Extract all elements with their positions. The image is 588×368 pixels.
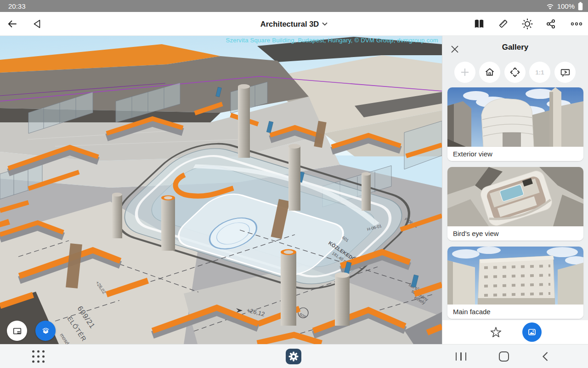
wifi-icon — [546, 2, 554, 10]
bimx-app-window: 20:33 100% — [0, 0, 588, 368]
plus-icon — [459, 67, 470, 78]
home-icon-nav[interactable] — [499, 351, 509, 362]
add-view-button[interactable] — [454, 62, 475, 83]
gallery-item-label: Bird's eye view — [447, 226, 583, 241]
slideshow-button[interactable] — [554, 62, 576, 83]
gallery-item-label: Exterior view — [447, 147, 583, 161]
android-nav-bar — [0, 344, 588, 368]
apps-grid-icon[interactable] — [32, 350, 45, 362]
brightness-sun-icon[interactable] — [520, 17, 534, 31]
book-pages-icon[interactable] — [472, 17, 486, 31]
model-box-button[interactable] — [35, 321, 56, 341]
recents-icon[interactable] — [456, 352, 466, 361]
app-toolbar: Architectural 3D — [0, 12, 588, 36]
chevron-down-icon — [322, 22, 328, 26]
gallery-bottom-bar — [442, 320, 588, 344]
favorites-star-icon[interactable] — [490, 326, 502, 338]
more-options-icon[interactable] — [570, 17, 583, 31]
gear-icon — [288, 351, 300, 362]
bimx-app-icon[interactable] — [286, 349, 301, 364]
info-panel-button[interactable] — [7, 321, 27, 341]
gallery-image-button[interactable] — [522, 322, 542, 342]
walk-move-button[interactable] — [504, 62, 526, 83]
image-icon — [526, 327, 537, 338]
gallery-item-exterior-view[interactable]: Exterior view — [447, 87, 583, 161]
3d-viewport[interactable]: Szervita Square Building, Budapest, Hung… — [0, 36, 442, 344]
clock: 20:33 — [8, 2, 26, 10]
actual-size-label: 1:1 — [536, 69, 544, 76]
gallery-item-main-facade[interactable]: Main facade — [447, 247, 583, 319]
gallery-title: Gallery — [442, 43, 588, 52]
back-icon-nav[interactable] — [542, 351, 548, 362]
share-icon[interactable] — [545, 17, 559, 31]
gallery-thumbnail — [447, 87, 583, 147]
3d-model-scene: 609/21 ELŐTÉR mosdó +26,02 +26,12 601 KÖ… — [0, 36, 442, 344]
home-view-button[interactable] — [479, 62, 500, 83]
status-bar: 20:33 100% — [0, 0, 588, 12]
gallery-thumbnail — [447, 167, 583, 226]
home-icon — [484, 67, 495, 78]
gallery-item-label: Main facade — [447, 305, 583, 319]
model-watermark: Szervita Square Building, Budapest, Hung… — [226, 37, 438, 44]
gallery-item-birds-eye-view[interactable]: Bird's eye view — [447, 167, 583, 241]
page-title: Architectural 3D — [260, 20, 319, 29]
battery-icon — [577, 1, 583, 11]
info-panel-icon — [11, 325, 23, 337]
slideshow-icon — [560, 67, 571, 78]
actual-size-button[interactable]: 1:1 — [529, 62, 550, 83]
gallery-panel: Gallery 1:1 — [442, 36, 588, 344]
measure-ruler-icon[interactable] — [496, 17, 510, 31]
move-arrows-icon — [509, 66, 521, 78]
gallery-thumbnail — [447, 247, 583, 305]
model-box-icon — [40, 325, 51, 337]
battery-percent: 100% — [557, 2, 575, 10]
